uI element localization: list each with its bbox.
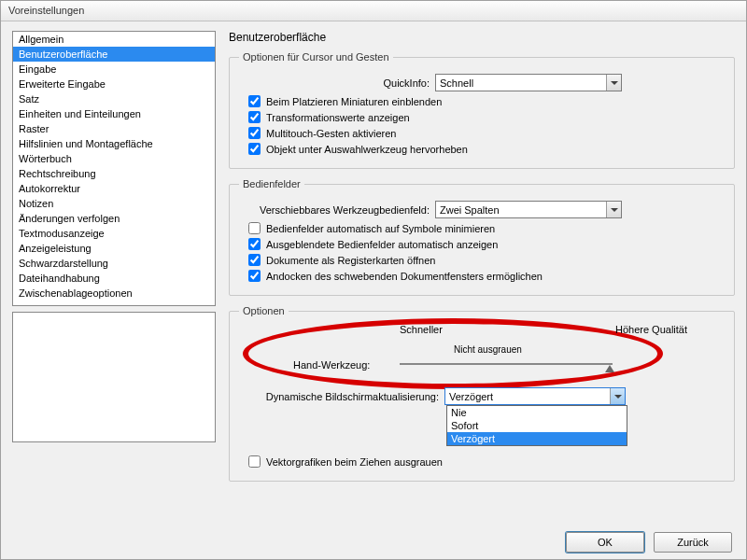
chk-auto-symbole-box[interactable] xyxy=(248,222,261,234)
group-bedienfelder: Bedienfelder Verschiebbares Werkzeugbedi… xyxy=(229,178,735,296)
chk-ausgeblendete[interactable]: Ausgeblendete Bedienfelder automatisch a… xyxy=(248,238,725,250)
sidebar-item[interactable]: Änderungen verfolgen xyxy=(13,211,215,226)
dyn-label: Dynamische Bildschirmaktualisierung: xyxy=(239,391,444,402)
sidebar-item[interactable]: Schwarzdarstellung xyxy=(13,256,215,271)
sidebar-item[interactable]: Anzeigeleistung xyxy=(13,241,215,256)
sidebar-item[interactable]: Autokorrektur xyxy=(13,181,215,196)
werkzeugbedienfeld-label: Verschiebbares Werkzeugbedienfeld: xyxy=(239,204,435,216)
ok-button[interactable]: OK xyxy=(566,532,644,553)
sidebar-item[interactable]: Rechtschreibung xyxy=(13,166,215,181)
chk-multitouch[interactable]: Multitouch-Gesten aktivieren xyxy=(248,127,725,139)
chk-andocken[interactable]: Andocken des schwebenden Dokumentfenster… xyxy=(248,270,725,282)
chk-miniaturen[interactable]: Beim Platzieren Miniaturen einblenden xyxy=(248,95,725,107)
sidebar-item[interactable]: Satz xyxy=(13,91,215,106)
werkzeugbedienfeld-combo[interactable]: Zwei Spalten xyxy=(435,201,622,218)
chevron-down-icon[interactable] xyxy=(610,388,625,404)
group-optionen: Optionen Schneller Höhere Qualität Nicht… xyxy=(229,305,735,482)
dialog-footer: OK Zurück xyxy=(566,532,732,553)
back-button[interactable]: Zurück xyxy=(654,532,732,553)
quickinfo-label: QuickInfo: xyxy=(239,77,435,89)
chk-auswahlwerkzeug[interactable]: Objekt unter Auswahlwerkzeug hervorheben xyxy=(248,143,725,155)
sidebar-item[interactable]: Wörterbuch xyxy=(13,151,215,166)
preview-box xyxy=(12,312,216,442)
preferences-dialog: Voreinstellungen AllgemeinBenutzeroberfl… xyxy=(0,0,747,560)
sidebar-item[interactable]: Zwischenablageoptionen xyxy=(13,286,215,301)
quickinfo-value: Schnell xyxy=(440,77,473,89)
sidebar-item[interactable]: Erweiterte Eingabe xyxy=(13,77,215,91)
hand-tool-slider-track[interactable] xyxy=(400,363,613,365)
chk-andocken-box[interactable] xyxy=(248,270,261,282)
chk-vektorgrafiken-box[interactable] xyxy=(248,455,261,468)
chk-transformationswerte-box[interactable] xyxy=(248,111,261,123)
chevron-down-icon[interactable] xyxy=(606,202,621,217)
chk-miniaturen-box[interactable] xyxy=(248,95,261,107)
sidebar-item[interactable]: Einheiten und Einteilungen xyxy=(13,106,215,121)
sidebar-item[interactable]: Textmodusanzeige xyxy=(13,226,215,241)
slider-nicht-ausgrauen-label: Nicht ausgrauen xyxy=(454,344,522,355)
right-panel: Benutzeroberfläche Optionen für Cursor u… xyxy=(229,31,735,511)
chk-registerkarten-box[interactable] xyxy=(248,254,261,266)
slider-schneller-label: Schneller xyxy=(400,324,443,335)
sidebar-item[interactable]: Raster xyxy=(13,121,215,136)
dyn-option[interactable]: Sofort xyxy=(447,419,627,432)
chk-multitouch-box[interactable] xyxy=(248,127,261,139)
quickinfo-combo[interactable]: Schnell xyxy=(435,74,622,91)
page-heading: Benutzeroberfläche xyxy=(229,31,735,44)
werkzeugbedienfeld-value: Zwei Spalten xyxy=(440,204,500,216)
sidebar-item[interactable]: Allgemein xyxy=(13,32,215,47)
chevron-down-icon[interactable] xyxy=(606,75,621,91)
sidebar-item[interactable]: Eingabe xyxy=(13,62,215,77)
group1-legend: Optionen für Cursor und Gesten xyxy=(239,51,393,63)
chk-ausgeblendete-box[interactable] xyxy=(248,238,261,250)
titlebar: Voreinstellungen xyxy=(1,1,746,21)
slider-qualitaet-label: Höhere Qualität xyxy=(615,324,687,335)
group-cursor-gestures: Optionen für Cursor und Gesten QuickInfo… xyxy=(229,51,735,169)
hand-werkzeug-label: Hand-Werkzeug: xyxy=(293,359,370,371)
chk-auswahlwerkzeug-box[interactable] xyxy=(248,143,261,155)
hand-tool-slider-area: Schneller Höhere Qualität Nicht ausgraue… xyxy=(239,324,725,384)
dyn-option[interactable]: Nie xyxy=(447,406,627,419)
dyn-combo[interactable]: Verzögert xyxy=(444,387,626,405)
dyn-dropdown-list[interactable]: NieSofortVerzögert xyxy=(446,405,627,446)
group3-legend: Optionen xyxy=(239,305,289,316)
sidebar-item[interactable]: Notizen xyxy=(13,196,215,211)
chk-vektorgrafiken[interactable]: Vektorgrafiken beim Ziehen ausgrauen xyxy=(248,455,725,468)
sidebar-item[interactable]: Benutzeroberfläche xyxy=(13,47,215,62)
group2-legend: Bedienfelder xyxy=(239,178,304,189)
chk-registerkarten[interactable]: Dokumente als Registerkarten öffnen xyxy=(248,254,725,266)
dyn-option[interactable]: Verzögert xyxy=(447,432,627,445)
sidebar-item[interactable]: Dateihandhabung xyxy=(13,271,215,286)
left-panel: AllgemeinBenutzeroberflächeEingabeErweit… xyxy=(12,31,216,511)
dyn-value: Verzögert xyxy=(449,391,493,402)
dialog-title: Voreinstellungen xyxy=(8,5,84,16)
chk-transformationswerte[interactable]: Transformationswerte anzeigen xyxy=(248,111,725,123)
sidebar-item[interactable]: Hilfslinien und Montagefläche xyxy=(13,136,215,151)
hand-tool-slider-thumb[interactable] xyxy=(605,365,614,372)
chk-auto-symbole[interactable]: Bedienfelder automatisch auf Symbole min… xyxy=(248,222,725,234)
category-listbox[interactable]: AllgemeinBenutzeroberflächeEingabeErweit… xyxy=(12,31,216,306)
